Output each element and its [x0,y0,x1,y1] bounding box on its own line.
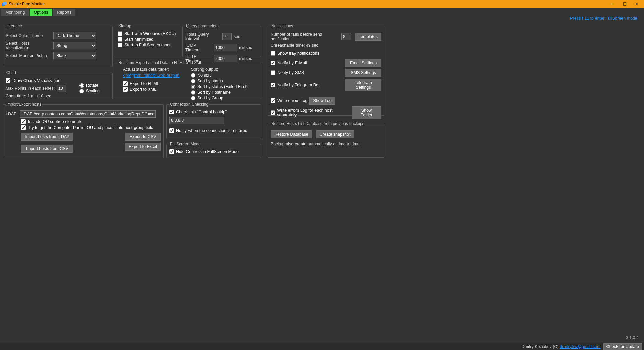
monitor-pic-label: Select 'Monitor' Picture [6,53,51,58]
fails-input[interactable] [341,33,351,40]
maximize-button[interactable] [619,0,631,8]
export-xml-label: Export to XML [130,87,156,92]
sms-checkbox[interactable]: Notify by SMS [271,70,304,75]
tab-monitoring[interactable]: Monitoring [1,9,29,16]
check-host-checkbox[interactable]: Check this "Control host/ip" [169,110,258,114]
ldap-input[interactable] [20,110,156,118]
errors-log-checkbox[interactable]: Write errors Log [271,98,307,103]
rotate-label: Rotate [86,83,98,88]
notify-restored-checkbox[interactable]: Notify when the connection is restored [169,128,258,133]
restore-note: Backup also create automatically at time… [271,142,381,146]
group-realtime: Realtime Export actual Data to HTML and … [115,60,261,99]
legend-fullscreenmode: FullScreen Mode [169,142,201,146]
sort-failed-radio[interactable]: Sort by status (Failed First) [191,84,258,89]
email-settings-button[interactable]: Email Settings [345,59,381,67]
errors-log-each-checkbox[interactable]: Write errors Log for each host separatel… [271,108,350,117]
start-minimized-checkbox[interactable]: Start Minimized [118,37,177,42]
theme-select[interactable]: Dark Theme [53,32,96,39]
export-html-checkbox[interactable]: Export to HTML [123,81,184,86]
tab-reports[interactable]: Reports [53,9,75,16]
errors-log-label: Write errors Log [277,98,307,103]
restore-db-button[interactable]: Restore Database [271,130,312,138]
notify-restored-label: Notify when the connection is restored [176,128,247,133]
sort-group-radio[interactable]: Sort by Group [191,96,258,100]
fullscreen-hint: Press F11 to enter FullScreen mode [570,16,637,21]
sort-hostname-label: Sort by Hostname [197,90,231,95]
control-host-input[interactable] [169,117,224,124]
start-minimized-label: Start Minimized [124,37,153,42]
group-chart: Chart Draw Charts Visualization Max Poin… [3,70,113,99]
parent-ou-checkbox[interactable]: Try to get the Computer Parent OU and pl… [21,125,161,130]
legend-connection: Connection Checking [169,102,209,107]
export-csv-button[interactable]: Export to CSV [125,133,161,141]
group-restore: Restore Hosts List Database from previou… [268,121,384,158]
start-windows-label: Start with Windows (HKCU) [124,31,176,36]
legend-chart: Chart [6,70,17,75]
rotate-radio[interactable]: Rotate [79,83,110,88]
chart-time-label: Chart time: 1 min 10 sec [6,94,51,98]
scaling-radio[interactable]: Scaling [79,89,110,93]
email-checkbox[interactable]: Notify by E-Mail [271,61,307,65]
window-title: Simple Ping Monitor [9,2,606,6]
max-points-input[interactable] [57,85,66,92]
errors-log-each-label: Write errors Log for each host separatel… [277,108,350,117]
include-ou-checkbox[interactable]: Include OU subtree elements [21,119,161,124]
svg-rect-3 [623,3,626,5]
sec-label: sec [234,34,240,39]
import-csv-button[interactable]: Import hosts from CSV [21,145,73,153]
export-excel-button[interactable]: Export to Excel [125,143,161,151]
legend-realtime: Realtime Export actual Data to HTML and … [118,60,203,65]
import-ldap-button[interactable]: Import hosts from LDAP [21,133,73,141]
query-interval-input[interactable] [222,33,232,40]
app-icon [1,1,7,7]
tab-options[interactable]: Options [30,9,52,16]
credit-email-link[interactable]: dmitry.kw@gmail.com [560,344,601,349]
show-log-button[interactable]: Show Log [309,97,335,105]
group-import: Import/Export hosts LDAP: Include OU sub… [3,102,164,158]
titlebar: Simple Ping Monitor [0,0,644,8]
legend-query: Query parameters [185,23,219,28]
close-button[interactable] [631,0,643,8]
version-label: 3.1.0.4 [626,335,639,340]
folder-label: Actual status data folder: [123,67,184,72]
check-update-button[interactable]: Check for Update [603,343,642,350]
legend-interface: Interface [6,23,23,28]
show-folder-button[interactable]: Show Folder [352,106,381,119]
ldap-label: LDAP: [6,112,18,116]
tray-label: Show tray notifications [277,51,319,56]
hide-controls-checkbox[interactable]: Hide Controls in FullScreen Mode [169,149,258,154]
draw-charts-checkbox[interactable]: Draw Charts Visualization [6,78,79,83]
svg-rect-1 [3,2,6,5]
sort-label: Sorting output: [191,67,258,72]
tray-checkbox[interactable]: Show tray notifications [271,51,381,56]
hide-controls-label: Hide Controls in FullScreen Mode [176,149,239,154]
minimize-button[interactable] [606,0,619,8]
snapshot-button[interactable]: Create snapshot [316,130,354,138]
sms-settings-button[interactable]: SMS Settings [345,69,381,77]
legend-notifications: Notifications [271,23,294,28]
scaling-label: Scaling [86,89,100,93]
telegram-checkbox[interactable]: Notify by Telegram Bot [271,83,320,87]
include-ou-label: Include OU subtree elements [28,119,82,124]
templates-button[interactable]: Templates [355,33,381,41]
tabstrip: Monitoring Options Reports [0,8,644,17]
group-interface: Interface Select Color Theme Dark Theme … [3,23,113,67]
export-xml-checkbox[interactable]: Export to XML [123,87,184,92]
draw-charts-label: Draw Charts Visualization [12,78,60,83]
query-interval-label: Hosts Query interval [185,32,220,41]
start-windows-checkbox[interactable]: Start with Windows (HKCU) [118,31,177,36]
sms-label: Notify by SMS [277,70,304,75]
hosts-vis-label: Select Hosts Visualization [6,41,51,50]
sort-hostname-radio[interactable]: Sort by Hostname [191,90,258,95]
sort-status-radio[interactable]: Sort by status [191,79,258,83]
start-fullscreen-label: Start in Full Screen mode [124,43,172,47]
icmp-input[interactable] [214,44,237,51]
start-fullscreen-checkbox[interactable]: Start in Full Screen mode [118,43,177,47]
ms-label-1: milisec [239,45,252,50]
telegram-settings-button[interactable]: Telegram Settings [345,79,381,91]
monitor-pic-select[interactable]: Black [53,52,96,59]
credit-label: Dmitry Koziakov (C) dmitry.kw@gmail.com [522,344,601,349]
sort-none-radio[interactable]: No sort [191,73,258,78]
folder-link[interactable]: <program_folder>\web-output\ [123,73,179,78]
hosts-vis-select[interactable]: String [53,42,96,49]
